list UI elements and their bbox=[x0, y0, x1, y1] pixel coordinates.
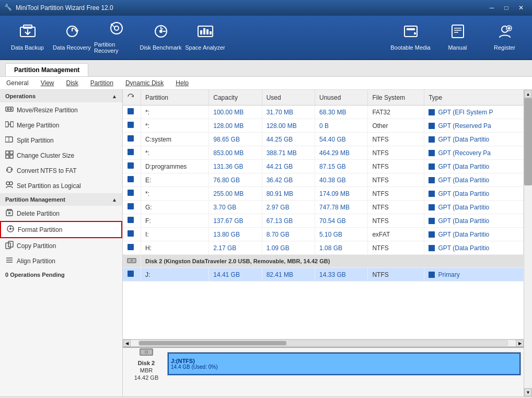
sidebar-item-split[interactable]: Split Partition bbox=[0, 133, 122, 148]
menu-partition[interactable]: Partition bbox=[88, 78, 115, 88]
sidebar-set-logical-label: Set Partition as Logical bbox=[17, 182, 81, 190]
v-scroll-track[interactable] bbox=[524, 98, 532, 388]
row-capacity: 76.80 GB bbox=[209, 173, 262, 187]
disk-map: Disk 2 MBR 14.42 GB J:(NTFS) 14.4 GB (Us… bbox=[123, 347, 524, 396]
sidebar-item-format[interactable]: Format Partition bbox=[0, 221, 122, 238]
sidebar-item-convert-ntfs[interactable]: Convert NTFS to FAT bbox=[0, 163, 122, 178]
toolbar: Data Backup Data Recovery Partition Reco… bbox=[0, 16, 532, 60]
row-partition: *: bbox=[141, 106, 209, 119]
partition-management-tab[interactable]: Partition Management bbox=[5, 63, 88, 76]
row-fs: FAT32 bbox=[368, 106, 424, 119]
toolbar-disk-benchmark[interactable]: Disk Benchmark bbox=[138, 18, 183, 57]
svg-rect-74 bbox=[429, 218, 435, 224]
disk2-header-label: Disk 2 (Kingston DataTraveler 2.0 USB, R… bbox=[141, 255, 524, 268]
row-type: GPT (Reserved Pa bbox=[424, 119, 524, 133]
tabbar: Partition Management bbox=[0, 60, 532, 77]
row-fs: NTFS bbox=[368, 241, 424, 255]
menu-view[interactable]: View bbox=[39, 78, 56, 88]
row-type: GPT (Data Partitio bbox=[424, 160, 524, 173]
sidebar-item-copy[interactable]: Copy Partition bbox=[0, 238, 122, 253]
toolbar-register[interactable]: Register bbox=[482, 18, 527, 57]
row-fs: NTFS bbox=[368, 146, 424, 160]
sidebar-item-move-resize[interactable]: Move/Resize Partition bbox=[0, 102, 122, 118]
svg-rect-17 bbox=[210, 31, 212, 34]
sidebar-partition-management-label: Partition Management bbox=[5, 196, 65, 203]
disk2-partition-name: J:(NTFS) bbox=[171, 358, 517, 364]
sidebar-item-cluster[interactable]: Change Cluster Size bbox=[0, 148, 122, 163]
horizontal-scrollbar[interactable]: ◀ ▶ bbox=[123, 340, 524, 347]
svg-rect-15 bbox=[203, 28, 205, 34]
menu-disk[interactable]: Disk bbox=[64, 78, 80, 88]
sidebar-section-operations: Operations ▲ bbox=[0, 90, 122, 102]
table-row[interactable]: J: 14.41 GB 82.41 MB 14.33 GB NTFS Prima… bbox=[123, 268, 524, 282]
row-unused: 70.54 GB bbox=[315, 214, 368, 228]
cluster-icon bbox=[5, 150, 14, 160]
row-icon-cell bbox=[123, 119, 141, 133]
table-row[interactable]: H: 2.17 GB 1.09 GB 1.08 GB NTFS GPT (Dat… bbox=[123, 241, 524, 255]
table-row[interactable]: *: 853.00 MB 388.71 MB 464.29 MB NTFS GP… bbox=[123, 146, 524, 160]
scroll-up-button[interactable]: ▲ bbox=[524, 90, 532, 98]
row-partition: *: bbox=[141, 146, 209, 160]
table-row[interactable]: C:system 98.65 GB 44.25 GB 54.40 GB NTFS… bbox=[123, 133, 524, 146]
disk2-partition-j[interactable]: J:(NTFS) 14.4 GB (Used: 0%) bbox=[168, 353, 521, 375]
row-unused: 0 B bbox=[315, 119, 368, 133]
svg-rect-83 bbox=[429, 272, 435, 278]
sidebar-cluster-label: Change Cluster Size bbox=[17, 152, 74, 159]
scroll-left-button[interactable]: ◀ bbox=[123, 340, 131, 347]
svg-point-49 bbox=[9, 228, 11, 230]
toolbar-space-analyzer[interactable]: Space Analyzer bbox=[183, 18, 227, 57]
table-row[interactable]: F: 137.67 GB 67.13 GB 70.54 GB NTFS GPT … bbox=[123, 214, 524, 228]
collapse-arrow-icon[interactable]: ▲ bbox=[112, 93, 117, 99]
table-row[interactable]: *: 100.00 MB 31.70 MB 68.30 MB FAT32 GPT… bbox=[123, 106, 524, 119]
svg-rect-36 bbox=[6, 151, 9, 154]
sidebar-item-delete[interactable]: Delete Partition bbox=[0, 206, 122, 221]
table-row[interactable]: *: 255.00 MB 80.91 MB 174.09 MB NTFS GPT… bbox=[123, 187, 524, 201]
minimize-button[interactable]: ─ bbox=[485, 3, 499, 13]
collapse-arrow2-icon[interactable]: ▲ bbox=[112, 197, 117, 203]
sidebar-move-resize-label: Move/Resize Partition bbox=[17, 107, 78, 114]
close-button[interactable]: ✕ bbox=[514, 3, 528, 13]
svg-rect-31 bbox=[5, 122, 8, 127]
sidebar-item-merge[interactable]: Merge Partition bbox=[0, 118, 122, 133]
toolbar-data-backup[interactable]: Data Backup bbox=[5, 18, 50, 57]
manual-icon bbox=[449, 24, 466, 42]
toolbar-bootable-media[interactable]: Bootable Media bbox=[388, 18, 433, 57]
svg-rect-20 bbox=[414, 32, 416, 34]
row-partition: *: bbox=[141, 187, 209, 201]
table-row[interactable]: *: 128.00 MB 128.00 MB 0 B Other GPT (Re… bbox=[123, 119, 524, 133]
row-unused: 5.10 GB bbox=[315, 228, 368, 241]
disk2-size-label: 14.42 GB bbox=[134, 374, 158, 381]
partition-table-wrapper[interactable]: Partition Capacity Used Unused File Syst… bbox=[123, 90, 524, 340]
col-refresh[interactable] bbox=[123, 90, 141, 106]
row-type: GPT (Data Partitio bbox=[424, 173, 524, 187]
maximize-button[interactable]: □ bbox=[500, 3, 513, 13]
sidebar-item-align[interactable]: Align Partition bbox=[0, 253, 122, 268]
menu-general[interactable]: General bbox=[4, 78, 31, 88]
row-capacity: 131.36 GB bbox=[209, 160, 262, 173]
menu-dynamic-disk[interactable]: Dynamic Disk bbox=[123, 78, 166, 88]
row-type: GPT (Data Partitio bbox=[424, 241, 524, 255]
svg-rect-14 bbox=[200, 30, 202, 34]
svg-rect-39 bbox=[10, 155, 13, 158]
scrollbar-track[interactable] bbox=[138, 341, 508, 346]
sidebar-item-set-logical[interactable]: Set Partition as Logical bbox=[0, 178, 122, 193]
toolbar-partition-recovery[interactable]: Partition Recovery bbox=[94, 18, 138, 57]
row-used: 44.25 GB bbox=[262, 133, 315, 146]
svg-point-9 bbox=[159, 30, 163, 33]
row-used: 8.70 GB bbox=[262, 228, 315, 241]
vertical-scrollbar[interactable]: ▲ ▼ bbox=[524, 90, 532, 396]
svg-rect-60 bbox=[429, 123, 435, 129]
row-used: 80.91 MB bbox=[262, 187, 315, 201]
row-capacity: 853.00 MB bbox=[209, 146, 262, 160]
table-row[interactable]: I: 13.80 GB 8.70 GB 5.10 GB exFAT GPT (D… bbox=[123, 228, 524, 241]
toolbar-manual[interactable]: Manual bbox=[435, 18, 480, 57]
menu-help[interactable]: Help bbox=[174, 78, 191, 88]
table-row[interactable]: D:programmes 131.36 GB 44.21 GB 87.15 GB… bbox=[123, 160, 524, 173]
table-row[interactable]: G: 3.70 GB 2.97 GB 747.78 MB NTFS GPT (D… bbox=[123, 201, 524, 214]
app-icon: 🔧 bbox=[4, 4, 13, 12]
table-row[interactable]: E: 76.80 GB 36.42 GB 40.38 GB NTFS GPT (… bbox=[123, 173, 524, 187]
toolbar-data-recovery[interactable]: Data Recovery bbox=[50, 18, 94, 57]
scroll-right-button[interactable]: ▶ bbox=[516, 340, 524, 347]
row-unused: 68.30 MB bbox=[315, 106, 368, 119]
scroll-down-button[interactable]: ▼ bbox=[524, 388, 532, 396]
